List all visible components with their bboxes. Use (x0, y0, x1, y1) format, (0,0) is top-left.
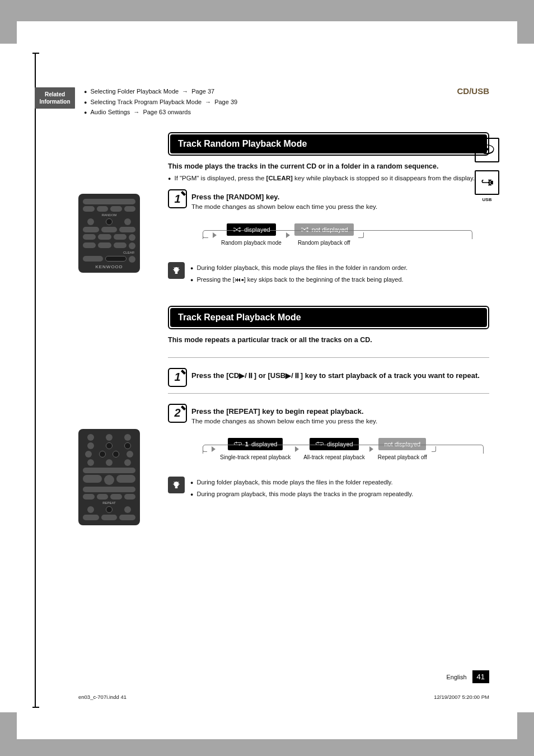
note-key: [CLEAR] (266, 175, 293, 181)
content-area: Related Information Selecting Folder Pla… (78, 54, 489, 707)
remote-illustration-random: RANDOM CLEAR KENWOOD (78, 194, 140, 273)
section-header: CD/USB (457, 86, 489, 96)
note-text: If "PGM" is displayed, press the [CLEAR]… (174, 174, 475, 183)
note-suffix: key while playback is stopped so it disa… (293, 175, 475, 181)
tip-text: During folder playback, this mode plays … (196, 477, 392, 488)
arrow-icon (133, 107, 139, 118)
random-title: Track Random Playback Mode (170, 134, 487, 153)
svg-rect-18 (175, 487, 178, 488)
tip-text: Pressing the [⏮◀] key skips back to the … (196, 274, 403, 286)
remote-clear-key (105, 256, 127, 262)
tip-bulb-icon (168, 262, 185, 279)
random-step-1: 1 Press the [RANDOM] key. The mode chang… (168, 193, 489, 246)
svg-rect-14 (175, 272, 178, 274)
mode-single-caption: Single-track repeat playback (220, 454, 291, 461)
random-note: If "PGM" is displayed, press the [CLEAR]… (168, 174, 489, 183)
step-number-1-icon: 1 (168, 368, 187, 387)
divider (168, 357, 489, 358)
flow-return-line (203, 230, 472, 239)
bullet-icon (190, 477, 193, 488)
tip-list: During folder playback, this mode plays … (190, 262, 407, 286)
bullet-icon (190, 488, 193, 500)
related-info-tag: Related Information (35, 87, 75, 109)
footer-lang: English (446, 674, 466, 680)
repeat-tips: During folder playback, this mode plays … (168, 477, 489, 500)
tip-bulb-icon (168, 477, 185, 493)
bullet-icon (84, 86, 87, 97)
related-line2: Information (37, 98, 73, 105)
mode-off-caption: Random playback off (298, 239, 350, 246)
random-tips: During folder playback, this mode plays … (168, 262, 489, 286)
title-frame: Track Random Playback Mode (168, 132, 489, 156)
page-footer: English 41 (78, 670, 489, 683)
remote-illustration-repeat: REPEAT (78, 429, 140, 525)
left-crop-rule (35, 54, 36, 707)
remote-usb-play-key (124, 442, 131, 449)
page-number: 41 (472, 670, 489, 683)
related-item-text: Audio Settings (90, 107, 130, 118)
divider (168, 393, 489, 394)
bullet-icon (190, 262, 193, 274)
page-sheet: Related Information Selecting Folder Pla… (0, 0, 534, 756)
repeat-title: Track Repeat Playback Mode (170, 308, 487, 327)
repeat-step2-sub: The mode changes as shown below each tim… (191, 418, 489, 424)
step-number-2-icon: 2 (168, 404, 187, 423)
remote-clear-label: CLEAR (82, 251, 134, 254)
related-info-list: Selecting Folder Playback ModePage 37 Se… (84, 86, 237, 118)
footer-timestamp: 12/19/2007 5:20:00 PM (434, 694, 489, 700)
running-footer: en03_c-707i.indd 41 12/19/2007 5:20:00 P… (78, 694, 489, 700)
mode-none-caption: Repeat playback off (378, 454, 427, 461)
flow-return-line (203, 445, 484, 454)
bullet-icon (190, 274, 193, 286)
related-item-ref: Page 39 (214, 97, 237, 108)
bullet-icon (168, 174, 171, 183)
repeat-step-1: 1 Press the [CD▶/⏸] or [USB▶/⏸] key to s… (168, 371, 489, 380)
random-section: Track Random Playback Mode This mode pla… (168, 132, 489, 286)
remote-brand: KENWOOD (82, 264, 137, 269)
repeat-intro: This mode repeats a particular track or … (168, 336, 489, 344)
related-item-text: Selecting Folder Playback Mode (90, 86, 179, 97)
repeat-section: Track Repeat Playback Mode This mode rep… (168, 306, 489, 500)
related-line1: Related (37, 91, 73, 98)
tip-text: During folder playback, this mode plays … (196, 262, 407, 274)
page-inner: Related Information Selecting Folder Pla… (17, 21, 517, 739)
arrow-icon (182, 86, 188, 97)
repeat-step-2: 2 Press the [REPEAT] key to begin repeat… (168, 407, 489, 461)
remote-random-label: RANDOM (82, 213, 137, 217)
arrow-icon (205, 97, 211, 108)
repeat-step2-title: Press the [REPEAT] key to begin repeat p… (191, 407, 489, 416)
remote-random-key (106, 218, 113, 225)
random-step1-sub: The mode changes as shown below each tim… (191, 203, 489, 210)
tip-list: During folder playback, this mode plays … (190, 477, 413, 500)
note-prefix: If "PGM" is displayed, press the (174, 175, 266, 181)
random-intro: This mode plays the tracks in the curren… (168, 162, 489, 170)
remote-repeat-label: REPEAT (82, 501, 137, 505)
remote-cd-play-key (106, 442, 113, 449)
bullet-icon (84, 107, 87, 118)
repeat-step1-title: Press the [CD▶/⏸] or [USB▶/⏸] key to sta… (191, 371, 489, 380)
mode-all-caption: All-track repeat playback (303, 454, 365, 461)
related-item-text: Selecting Track Program Playback Mode (90, 97, 202, 108)
step-number-1-icon: 1 (168, 189, 187, 208)
related-item-ref: Page 63 onwards (143, 107, 191, 118)
random-step1-title: Press the [RANDOM] key. (191, 193, 489, 201)
remote-repeat-key (106, 506, 113, 513)
bullet-icon (84, 97, 87, 108)
mode-on-caption: Random playback mode (221, 239, 282, 246)
tip-text: During program playback, this mode plays… (196, 488, 413, 500)
title-frame: Track Repeat Playback Mode (168, 306, 489, 329)
footer-file: en03_c-707i.indd 41 (78, 694, 127, 700)
related-item-ref: Page 37 (191, 86, 214, 97)
svg-rect-11 (491, 181, 493, 185)
